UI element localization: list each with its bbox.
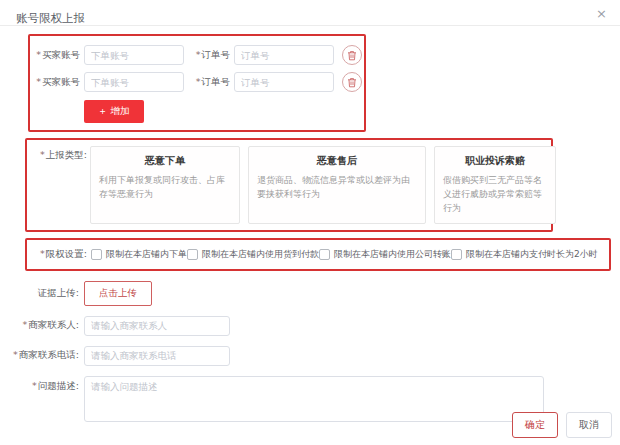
buyer-order-row-1: *买家账号 *订单号	[34, 45, 364, 65]
buyer-order-row-2: *买家账号 *订单号	[34, 72, 364, 92]
checkbox-restrict-company-transfer[interactable]: 限制在本店铺内使用公司转账	[319, 248, 451, 261]
problem-description-textarea[interactable]	[84, 376, 544, 422]
order-number-label: *订单号	[190, 49, 230, 62]
checkbox-restrict-payment-window[interactable]: 限制在本店铺内支付时长为2小时	[451, 248, 598, 261]
dialog-footer: 确定 取消	[512, 412, 612, 438]
merchant-contact-input[interactable]	[84, 316, 230, 336]
dialog-title: 账号限权上报	[16, 11, 85, 25]
restriction-options: 限制在本店铺内下单 限制在本店铺内使用货到付款 限制在本店铺内使用公司转账 限制…	[91, 248, 598, 261]
required-mark: *	[40, 248, 45, 259]
card-description: 退货商品、物流信息异常或以差评为由要挟获利等行为	[257, 174, 417, 202]
buyer-account-label: *买家账号	[34, 49, 80, 62]
required-mark: *	[36, 76, 41, 87]
checkbox-icon[interactable]	[319, 249, 330, 260]
merchant-contact-row: *商家联系人:	[0, 316, 620, 336]
problem-description-wrap	[84, 376, 544, 426]
required-mark: *	[196, 49, 201, 60]
order-number-input[interactable]	[234, 45, 334, 65]
merchant-phone-label: *商家联系电话:	[0, 349, 84, 362]
buyer-account-label: *买家账号	[34, 76, 80, 89]
merchant-phone-row: *商家联系电话:	[0, 346, 620, 366]
required-mark: *	[23, 319, 28, 330]
evidence-upload-label: 证据上传:	[0, 287, 84, 300]
cancel-button[interactable]: 取消	[566, 412, 612, 438]
trash-icon	[347, 50, 357, 61]
required-mark: *	[32, 380, 37, 391]
restriction-settings-annotation-box: *限权设置: 限制在本店铺内下单 限制在本店铺内使用货到付款 限制在本店铺内使用…	[25, 238, 611, 271]
delete-row-button[interactable]	[342, 45, 362, 65]
upload-button[interactable]: 点击上传	[84, 281, 152, 306]
buyer-account-input[interactable]	[84, 45, 184, 65]
trash-icon	[347, 77, 357, 88]
report-type-label: *上报类型:	[29, 146, 87, 224]
checkbox-icon[interactable]	[451, 249, 462, 260]
card-title: 恶意售后	[257, 154, 417, 168]
card-malicious-aftersale[interactable]: 恶意售后 退货商品、物流信息异常或以差评为由要挟获利等行为	[248, 146, 426, 224]
required-mark: *	[196, 76, 201, 87]
add-row-button[interactable]: ＋ 增加	[84, 100, 144, 123]
report-type-cards: 恶意下单 利用下单报复或同行攻击、占库存等恶意行为 恶意售后 退货商品、物流信息…	[90, 146, 556, 224]
checkbox-restrict-cod[interactable]: 限制在本店铺内使用货到付款	[187, 248, 319, 261]
buyer-orders-annotation-box: *买家账号 *订单号 *买家账号 *订单号 ＋ 增加	[28, 34, 366, 132]
checkbox-restrict-ordering[interactable]: 限制在本店铺内下单	[91, 248, 187, 261]
required-mark: *	[36, 49, 41, 60]
merchant-contact-label: *商家联系人:	[0, 319, 84, 332]
checkbox-icon[interactable]	[91, 249, 102, 260]
card-description: 假借购买到三无产品等名义进行威胁或异常索赔等行为	[443, 174, 547, 216]
delete-row-button[interactable]	[342, 72, 362, 92]
evidence-upload-row: 证据上传: 点击上传	[0, 281, 620, 306]
order-number-label: *订单号	[190, 76, 230, 89]
report-type-annotation-box: *上报类型: 恶意下单 利用下单报复或同行攻击、占库存等恶意行为 恶意售后 退货…	[25, 138, 553, 232]
checkbox-icon[interactable]	[187, 249, 198, 260]
account-restriction-report-dialog: 账号限权上报 × *买家账号 *订单号 *买家账号 *订单号 ＋ 增加 *上报类…	[0, 0, 620, 445]
close-icon[interactable]: ×	[596, 7, 607, 20]
card-description: 利用下单报复或同行攻击、占库存等恶意行为	[99, 174, 231, 202]
problem-description-label: *问题描述:	[0, 376, 84, 393]
card-title: 职业投诉索赔	[443, 154, 547, 168]
merchant-phone-input[interactable]	[84, 346, 230, 366]
required-mark: *	[40, 149, 45, 160]
card-title: 恶意下单	[99, 154, 231, 168]
required-mark: *	[13, 349, 18, 360]
card-malicious-order[interactable]: 恶意下单 利用下单报复或同行攻击、占库存等恶意行为	[90, 146, 240, 224]
card-professional-claim[interactable]: 职业投诉索赔 假借购买到三无产品等名义进行威胁或异常索赔等行为	[434, 146, 556, 224]
order-number-input[interactable]	[234, 72, 334, 92]
buyer-account-input[interactable]	[84, 72, 184, 92]
confirm-button[interactable]: 确定	[512, 412, 558, 438]
dialog-header: 账号限权上报	[0, 0, 620, 26]
restriction-settings-label: *限权设置:	[29, 248, 87, 261]
